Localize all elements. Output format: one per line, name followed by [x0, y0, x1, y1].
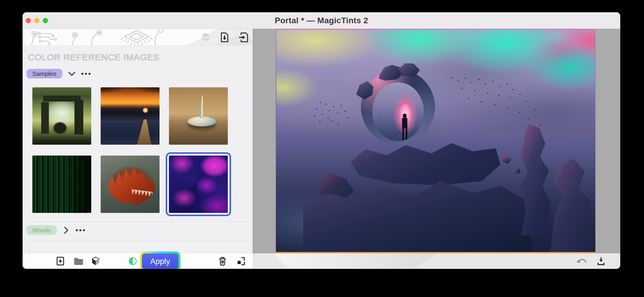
thumbnail-spinning-top-totem[interactable] — [169, 87, 228, 145]
thumbnail-grid — [32, 87, 228, 213]
window-controls — [26, 18, 48, 23]
divider — [26, 221, 253, 222]
canvas-bottom-bar — [253, 253, 620, 268]
thumbnail-image — [169, 87, 228, 145]
thumbnail-purple-fluid-swirl[interactable] — [169, 156, 228, 213]
thumbnail-image — [32, 87, 91, 145]
export-image-icon[interactable] — [238, 32, 249, 43]
thumbnail-matrix-code-rain[interactable] — [32, 156, 91, 213]
chevron-down-icon[interactable] — [67, 69, 77, 79]
thumbnail-image — [32, 156, 91, 213]
moods-group-chip[interactable]: Moods — [26, 225, 57, 235]
import-image-icon[interactable] — [219, 32, 230, 43]
artwork-rain-streaks — [372, 82, 424, 141]
chevron-right-icon[interactable] — [62, 226, 71, 235]
apply-button-label: Apply — [142, 253, 178, 269]
samples-group-chip[interactable]: Samples — [26, 69, 62, 79]
thumbnail-image — [169, 156, 228, 213]
screen: Portal * — MagicTints 2 — [0, 0, 644, 297]
minimize-button[interactable] — [34, 18, 39, 23]
canvas-panel — [253, 29, 620, 268]
undo-arrow-icon[interactable] — [576, 256, 587, 267]
titlebar: Portal * — MagicTints 2 — [23, 12, 620, 29]
window-title: Portal * — MagicTints 2 — [275, 16, 368, 25]
add-image-icon[interactable] — [55, 256, 66, 266]
contrast-icon[interactable] — [127, 256, 138, 266]
artwork-birds-right — [452, 77, 453, 78]
moods-more-icon[interactable] — [76, 226, 85, 235]
apply-button[interactable]: Apply — [140, 251, 180, 269]
zoom-button[interactable] — [43, 18, 48, 23]
artwork-stone-ring — [361, 69, 435, 144]
panel-top-toolbar — [200, 32, 249, 43]
box-3d-icon[interactable] — [90, 256, 101, 266]
thumbnail-image — [101, 156, 160, 213]
trash-icon[interactable] — [217, 256, 228, 266]
thumbnail-rider-at-glowing-gate[interactable] — [32, 87, 91, 145]
artwork-frame — [276, 29, 595, 253]
thumbnail-image — [101, 87, 160, 145]
samples-more-icon[interactable] — [81, 69, 91, 79]
bottom-toolbar: Apply — [23, 253, 253, 268]
samples-group-row: Samples — [26, 69, 91, 79]
thumbnail-red-dragon-head[interactable] — [101, 156, 160, 213]
artwork-figure-silhouette — [401, 114, 409, 141]
layers-icon[interactable] — [200, 32, 211, 43]
reference-images-panel: COLOR REFERENCE IMAGES Samples Moo — [23, 29, 253, 268]
artwork-portal-glow — [372, 82, 424, 141]
crop-icon[interactable] — [236, 256, 246, 266]
artwork-birds-left — [320, 102, 321, 103]
close-button[interactable] — [26, 18, 31, 23]
divider — [26, 240, 253, 241]
portal-artwork-canvas[interactable] — [276, 30, 595, 252]
moods-group-row: Moods — [26, 225, 85, 235]
thumbnail-sunset-lake-pier[interactable] — [101, 87, 160, 145]
download-icon[interactable] — [595, 256, 607, 267]
app-window: Portal * — MagicTints 2 — [23, 12, 620, 269]
panel-title: COLOR REFERENCE IMAGES — [28, 52, 160, 62]
folder-icon[interactable] — [73, 256, 84, 266]
